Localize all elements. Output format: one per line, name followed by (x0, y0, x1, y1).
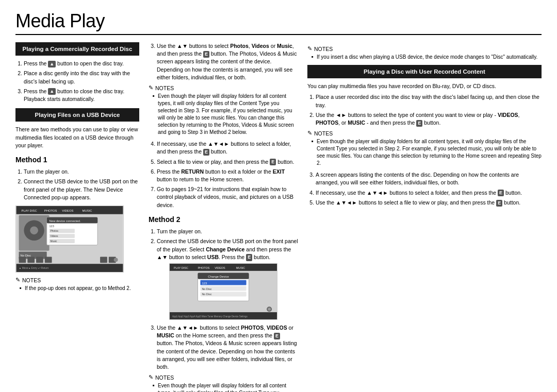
svg-text:No Disc: No Disc (202, 287, 211, 290)
pencil-icon-5: ✎ (307, 130, 312, 137)
col2-notes1: ✎ NOTES Even though the player will disp… (149, 84, 298, 136)
method2-steps: Turn the player on. Connect the USB devi… (149, 228, 298, 261)
svg-rect-25 (36, 257, 43, 263)
method1-step1: Turn the player on. (24, 168, 139, 176)
svg-text:PHOTOS: PHOTOS (44, 209, 57, 212)
section1-step1: Press the ▲ button to open the disc tray… (24, 60, 139, 67)
col2-step4: If necessary, use the ▲▼◄► buttons to se… (157, 140, 298, 156)
col2-notes1-list: Even though the player will display fold… (149, 93, 298, 136)
open-button-icon: ▲ (48, 61, 56, 67)
pencil-icon-4: ✎ (307, 45, 312, 52)
column-1: Playing a Commercially Recorded Disc Pre… (15, 42, 139, 392)
svg-point-29 (114, 258, 118, 262)
section2-intro: There are two methods you can use to pla… (15, 126, 139, 149)
enter-btn-icon-10: E (496, 200, 502, 207)
svg-text:Change Device: Change Device (208, 275, 229, 278)
col2-step7: Go to pages 19~21 for instructions that … (157, 185, 298, 209)
col2-step3: Use the ▲▼ buttons to select Photos, Vid… (157, 42, 298, 81)
column-2: Use the ▲▼ buttons to select Photos, Vid… (149, 42, 298, 392)
svg-text:Music: Music (51, 240, 57, 243)
col2-notes2-label: ✎ NOTES (149, 374, 298, 381)
svg-text:PHOTOS: PHOTOS (198, 266, 209, 269)
col3-step1: Place a user recorded disc into the disc… (316, 93, 542, 109)
svg-rect-24 (27, 257, 35, 263)
col2-step6: Press the RETURN button to exit a folder… (157, 168, 298, 183)
col3-step3: A screen appears listing the contents of… (316, 171, 542, 186)
col2-steps-mid: If necessary, use the ▲▼◄► buttons to se… (149, 140, 298, 209)
enter-btn-icon-2: E (203, 149, 209, 156)
svg-text:Photos: Photos (51, 230, 59, 232)
col3-top-note1: If you insert a disc when playing a USB … (313, 54, 542, 61)
svg-text:App1  App2  App3  App4  App5  : App1 App2 App3 App4 App5 More Tuner Memo… (172, 315, 248, 318)
method1-steps: Turn the player on. Connect the USB devi… (15, 168, 139, 201)
method2-step2: Connect the USB device to the USB port o… (157, 237, 298, 261)
enter-btn-icon-3: E (270, 159, 276, 165)
section1-step2: Place a disc gently into the disc tray w… (24, 70, 139, 85)
col3-step5: Use the ▲▼◄► buttons to select a file to… (316, 199, 542, 207)
enter-btn-icon-8: E (416, 120, 422, 127)
col2-notes1-label: ✎ NOTES (149, 84, 298, 91)
col2-step5: Select a file to view or play, and then … (157, 158, 298, 166)
svg-point-48 (268, 308, 271, 311)
pencil-icon-3: ✎ (149, 374, 153, 381)
col3-note2-item1: Even though the player will display fold… (313, 138, 542, 167)
svg-text:▲ Move  ● Entry  ⮐ Return: ▲ Move ● Entry ⮐ Return (19, 267, 49, 269)
method1-step2: Connect the USB device to the USB port o… (24, 178, 139, 201)
col3-notes2-label: ✎ NOTES (307, 130, 542, 137)
col2-note1-item1: Even though the player will display fold… (154, 93, 298, 136)
svg-point-8 (30, 226, 38, 234)
col2-notes2-list: Even though the player will display fold… (149, 382, 298, 392)
section2-header: Playing Files on a USB Device (15, 108, 139, 122)
pencil-icon-2: ✎ (149, 84, 153, 91)
col2-note2-item1: Even though the player will display fold… (154, 382, 298, 392)
change-device-screenshot: PLAY DISC PHOTOS VIDEOS MUSIC Change Dev… (169, 263, 277, 320)
svg-text:123: 123 (50, 225, 54, 228)
svg-rect-39 (200, 280, 246, 285)
col1-notes-label: ✎ NOTES (15, 277, 139, 283)
svg-text:PLAY DISC: PLAY DISC (174, 266, 188, 269)
col3-step4: If necessary, use the ▲▼◄► buttons to se… (316, 189, 542, 197)
col1-notes: ✎ NOTES If the pop-up does not appear, g… (15, 277, 139, 292)
svg-text:New device connected.: New device connected. (50, 219, 81, 223)
col3-notes2-list: Even though the player will display fold… (307, 138, 542, 167)
page-title: Media Play (15, 10, 542, 35)
enter-btn-icon-9: E (498, 190, 504, 196)
col2-notes2: ✎ NOTES Even though the player will disp… (149, 374, 298, 392)
svg-text:MUSIC: MUSIC (83, 209, 93, 212)
col2-photos-step3: Use the ▲▼◄► buttons to select PHOTOS, V… (157, 324, 298, 371)
close-button-icon: ▲ (48, 88, 56, 95)
col3-top-notes-label: ✎ NOTES (307, 45, 542, 52)
svg-text:Videos: Videos (51, 235, 58, 237)
svg-text:PLAY DISC: PLAY DISC (21, 209, 37, 212)
col3-steps: Place a user recorded disc into the disc… (307, 93, 542, 127)
section1-steps: Press the ▲ button to open the disc tray… (15, 60, 139, 103)
method2-step1: Turn the player on. (157, 228, 298, 235)
col3-step2: Use the ◄► buttons to select the type of… (316, 111, 542, 127)
col2-photos-steps: Use the ▲▼◄► buttons to select PHOTOS, V… (149, 324, 298, 371)
col1-notes-list: If the pop-up does not appear, go to Met… (15, 285, 139, 292)
pencil-icon: ✎ (15, 277, 20, 283)
method1-title: Method 1 (15, 155, 139, 165)
column-3: ✎ NOTES If you insert a disc when playin… (307, 42, 542, 392)
method2-title: Method 2 (149, 214, 298, 225)
col3-notes2: ✎ NOTES Even though the player will disp… (307, 130, 542, 167)
svg-text:123: 123 (202, 281, 207, 284)
enter-btn-icon-5: E (274, 333, 280, 339)
col2-steps-top: Use the ▲▼ buttons to select Photos, Vid… (149, 42, 298, 81)
enter-btn-icon-4: E (246, 254, 252, 261)
svg-rect-26 (45, 257, 52, 263)
usb-device-screenshot: PLAY DISC PHOTOS VIDEOS MUSIC New device… (15, 206, 124, 272)
col3-top-notes: ✎ NOTES If you insert a disc when playin… (307, 45, 542, 61)
svg-text:VIDEOS: VIDEOS (215, 266, 225, 269)
svg-text:No Disc: No Disc (202, 293, 211, 296)
svg-text:VIDEOS: VIDEOS (62, 209, 73, 212)
col3-intro: You can play multimedia files you have r… (307, 82, 542, 90)
section1-header: Playing a Commercially Recorded Disc (15, 42, 139, 56)
section1-step3: Press the ▲ button to close the disc tra… (24, 88, 139, 103)
col1-note-item-1: If the pop-up does not appear, go to Met… (21, 285, 139, 292)
col3-steps2: A screen appears listing the contents of… (307, 171, 542, 207)
col3-top-notes-list: If you insert a disc when playing a USB … (307, 54, 542, 61)
svg-rect-27 (100, 257, 107, 263)
enter-btn-icon: E (203, 51, 209, 58)
svg-rect-23 (19, 257, 26, 263)
